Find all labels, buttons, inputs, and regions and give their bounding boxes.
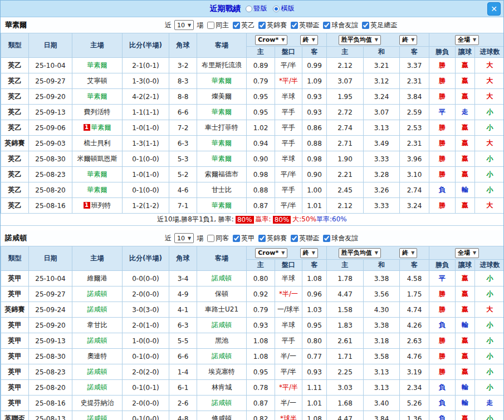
euro-draw-cell: 3.21 bbox=[364, 58, 400, 73]
euro-away-cell: 2.31 bbox=[400, 73, 429, 89]
table-body: 英甲25-10-04維爾港0-0(0-0)3-4諾咸頓0.80半球1.081.7… bbox=[1, 271, 504, 420]
handicap-result-cell: 贏 bbox=[456, 198, 475, 214]
checkbox-input[interactable] bbox=[291, 22, 298, 29]
corner-cell: 6-6 bbox=[169, 349, 197, 364]
euro-away-cell: 4.74 bbox=[400, 302, 429, 318]
home-team-cell: 艾寧頓 bbox=[72, 73, 123, 89]
asian-away-odds-cell: 0.88 bbox=[302, 136, 327, 151]
date-cell: 25-09-06 bbox=[29, 120, 72, 136]
layout-radio[interactable]: 橫版 bbox=[273, 4, 295, 13]
asian-away-odds-cell: 0.80 bbox=[302, 333, 327, 349]
league-cell: 英錦賽 bbox=[1, 302, 29, 318]
score-cell: 1-2(1-2) bbox=[123, 198, 169, 214]
score-cell: 1-1(1-1) bbox=[123, 105, 169, 120]
checkbox-input[interactable] bbox=[323, 22, 330, 29]
home-team-name: 韋甘比 bbox=[87, 321, 107, 329]
asian-final-select[interactable]: 終▼ bbox=[300, 248, 318, 258]
result-cell: 負 bbox=[429, 318, 456, 333]
home-team-name: 維爾港 bbox=[87, 274, 107, 282]
goals-result-cell: 小 bbox=[475, 105, 504, 120]
checkbox-input[interactable] bbox=[258, 235, 266, 242]
fulltime-controls: 全場▼ bbox=[429, 248, 504, 258]
filter-checkbox[interactable]: 同主 bbox=[207, 21, 229, 30]
result-cell: 勝 bbox=[429, 302, 456, 318]
checkbox-input[interactable] bbox=[323, 235, 330, 242]
away-team-cell: 燦美爾 bbox=[197, 89, 247, 105]
match-count-select[interactable]: 10▼ bbox=[174, 233, 194, 243]
checkbox-input[interactable] bbox=[362, 22, 369, 29]
league-cell: 英錦賽 bbox=[1, 136, 29, 151]
filter-checkbox[interactable]: 球會友誼 bbox=[323, 234, 358, 243]
filter-checkbox[interactable]: 同客 bbox=[207, 234, 229, 243]
away-team-name: 燦美爾 bbox=[212, 92, 232, 100]
checkbox-input[interactable] bbox=[207, 22, 214, 29]
stats-table: 類型日期主場比分(半場)角球客場Crow*▼終▼胜平负均值▼終▼全場▼主盤口客主… bbox=[1, 33, 504, 214]
summary-part: 近10場,勝8平1負1, 勝率: bbox=[157, 215, 234, 224]
corner-cell: 4-1 bbox=[169, 302, 197, 318]
odds-company-select[interactable]: Crow*▼ bbox=[255, 35, 287, 45]
euro-away-cell: 1.36 bbox=[400, 411, 429, 420]
filter-checkbox[interactable]: 英錦賽 bbox=[258, 234, 287, 243]
asian-away-odds-cell: 1.00 bbox=[302, 182, 327, 198]
europe-final-select[interactable]: 終▼ bbox=[399, 35, 417, 45]
away-team-name: 諾咸頓 bbox=[212, 321, 232, 329]
close-button[interactable]: ✕ bbox=[487, 2, 501, 16]
result-cell: 勝 bbox=[429, 58, 456, 73]
handicap-result-header: 讓球 bbox=[456, 260, 475, 271]
handicap-line-cell: 平/半 bbox=[275, 167, 302, 182]
match-row: 英甲25-08-30奧連特0-1(0-0)6-6諾咸頓1.08半/一0.771.… bbox=[1, 349, 504, 364]
away-team-cell: 華素爾 bbox=[197, 136, 247, 151]
handicap-line-cell: 一/球半 bbox=[275, 302, 302, 318]
date-cell: 25-08-20 bbox=[29, 182, 72, 198]
corner-cell: 3-2 bbox=[169, 58, 197, 73]
checkbox-input[interactable] bbox=[233, 22, 240, 29]
handicap-line-cell: 半球 bbox=[275, 318, 302, 333]
home-team-cell: 費列活特 bbox=[72, 105, 123, 120]
europe-odds-select[interactable]: 胜平负均值▼ bbox=[339, 35, 381, 45]
home-header: 主場 bbox=[72, 246, 123, 271]
fulltime-select[interactable]: 全場▼ bbox=[455, 35, 479, 45]
asian-away-odds-cell: 1.03 bbox=[302, 302, 327, 318]
date-cell: 25-09-20 bbox=[29, 89, 72, 105]
euro-home-cell: 1.90 bbox=[327, 151, 364, 167]
section-header: 諾咸頓近10▼場同客英甲英錦賽英聯盃球會友誼 bbox=[1, 230, 503, 246]
page-title: 近期戰績 bbox=[210, 4, 241, 14]
away-team-name: 華素爾 bbox=[212, 155, 232, 162]
filter-checkbox[interactable]: 英聯盃 bbox=[291, 21, 319, 30]
europe-final-select[interactable]: 終▼ bbox=[399, 248, 417, 258]
league-cell: 英甲 bbox=[1, 349, 29, 364]
home-team-name: 華素爾 bbox=[87, 186, 107, 194]
filter-checkbox[interactable]: 英足總盃 bbox=[362, 21, 397, 30]
goals-result-cell: 小 bbox=[475, 349, 504, 364]
corner-cell: 3-4 bbox=[169, 271, 197, 286]
filter-checkbox[interactable]: 英甲 bbox=[233, 234, 255, 243]
layout-radio[interactable]: 豎版 bbox=[246, 4, 267, 13]
europe-odds-select[interactable]: 胜平负均值▼ bbox=[339, 248, 381, 258]
euro-away-cell: 5.26 bbox=[400, 396, 429, 411]
euro-draw-cell: 3.84 bbox=[364, 411, 400, 420]
filter-bar: 近10▼場同主英乙英錦賽英聯盃球會友誼英足總盃 bbox=[165, 20, 397, 30]
chevron-down-icon: ▼ bbox=[281, 250, 285, 255]
home-team-cell: 諾咸頓 bbox=[72, 286, 123, 302]
fulltime-select[interactable]: 全場▼ bbox=[455, 248, 479, 258]
checkbox-input[interactable] bbox=[258, 22, 266, 29]
handicap-line-cell: *球半 bbox=[275, 411, 302, 420]
corner-cell: 8-8 bbox=[169, 89, 197, 105]
euro-home-cell: 2.12 bbox=[327, 198, 364, 214]
away-team-cell: 索爾福德市 bbox=[197, 167, 247, 182]
checkbox-input[interactable] bbox=[233, 235, 240, 242]
filter-checkbox[interactable]: 英乙 bbox=[233, 21, 255, 30]
filter-checkbox[interactable]: 英錦賽 bbox=[258, 21, 287, 30]
home-team-name: 艾寧頓 bbox=[87, 77, 107, 85]
checkbox-input[interactable] bbox=[207, 235, 214, 242]
odds-company-select[interactable]: Crow*▼ bbox=[255, 248, 287, 258]
filter-checkbox[interactable]: 球會友誼 bbox=[323, 21, 358, 30]
asian-away-odds-cell: 1.09 bbox=[302, 73, 327, 89]
goals-result-cell: 小 bbox=[475, 380, 504, 396]
checkbox-input[interactable] bbox=[291, 235, 298, 242]
asian-final-select[interactable]: 終▼ bbox=[300, 35, 318, 45]
handicap-line-cell: 半球 bbox=[275, 271, 302, 286]
filter-checkbox[interactable]: 英聯盃 bbox=[291, 234, 319, 243]
match-count-select[interactable]: 10▼ bbox=[174, 20, 194, 30]
home-team-name: 諾咸頓 bbox=[87, 368, 107, 375]
